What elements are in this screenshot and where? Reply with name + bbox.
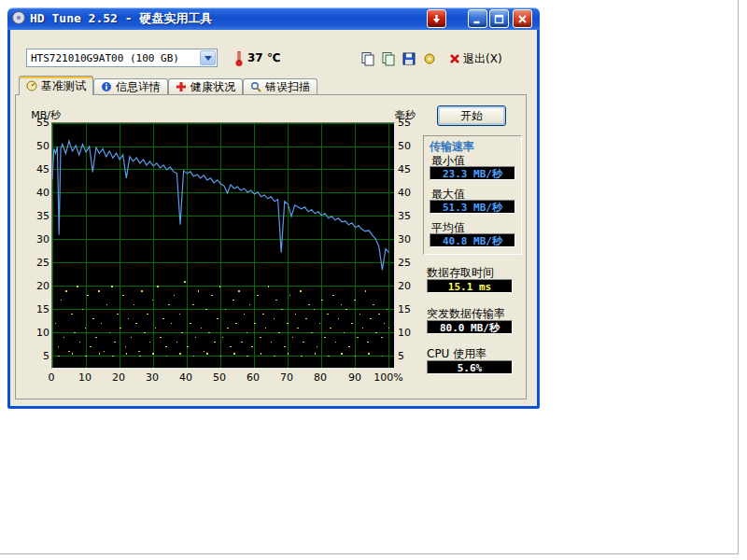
minimize-icon bbox=[472, 14, 483, 24]
y-tick-label: 10 bbox=[27, 327, 49, 339]
y-tick-label: 45 bbox=[398, 163, 420, 175]
titlebar[interactable]: HD Tune 2.52 - 硬盘实用工具 bbox=[7, 7, 540, 30]
left-axis-labels: 510152025303540455055 bbox=[27, 122, 49, 369]
benchmark-chart bbox=[51, 122, 395, 369]
drive-selector-value: HTS721010G9AT00 (100 GB) bbox=[31, 52, 179, 64]
y-tick-label: 20 bbox=[27, 280, 49, 292]
y-tick-label: 15 bbox=[398, 303, 420, 315]
y-tick-label: 5 bbox=[27, 350, 49, 362]
y-tick-label: 15 bbox=[27, 303, 49, 315]
tab-error-scan[interactable]: 错误扫描 bbox=[243, 78, 317, 94]
options-button[interactable] bbox=[420, 49, 439, 68]
y-tick-label: 30 bbox=[27, 233, 49, 245]
y-tick-label: 25 bbox=[27, 257, 49, 269]
tab-benchmark-label: 基准测试 bbox=[41, 78, 86, 94]
hd-tune-window: HD Tune 2.52 - 硬盘实用工具 HTS721010G9AT00 (1… bbox=[7, 7, 540, 409]
minimize-button[interactable] bbox=[468, 9, 487, 28]
y-tick-label: 55 bbox=[27, 117, 49, 129]
transfer-rate-group: 传输速率 最小值 23.3 MB/秒 最大值 51.3 MB/秒 平均值 40.… bbox=[423, 135, 522, 255]
x-tick-label: 40 bbox=[179, 371, 192, 384]
burst-rate-value: 80.0 MB/秒 bbox=[427, 320, 513, 334]
y-tick-label: 50 bbox=[398, 140, 420, 152]
x-tick-label: 0 bbox=[49, 371, 55, 384]
download-icon bbox=[431, 14, 442, 24]
right-axis-labels: 510152025303540455055 bbox=[398, 122, 420, 369]
chart-svg bbox=[52, 123, 394, 368]
x-axis-labels: 0102030405060708090100% bbox=[51, 371, 395, 383]
start-button[interactable]: 开始 bbox=[437, 105, 506, 126]
x-tick-label: 70 bbox=[280, 371, 293, 384]
x-tick-label: 50 bbox=[213, 371, 226, 384]
copy-text-button[interactable] bbox=[379, 49, 398, 68]
y-tick-label: 50 bbox=[27, 140, 49, 152]
y-tick-label: 55 bbox=[398, 117, 420, 129]
error-scan-icon bbox=[250, 81, 261, 92]
page-edge-right bbox=[738, 0, 739, 554]
x-tick-label: 100% bbox=[374, 371, 402, 384]
close-button[interactable] bbox=[513, 9, 532, 28]
x-tick-label: 10 bbox=[78, 371, 92, 384]
x-tick-label: 20 bbox=[112, 371, 125, 384]
cpu-usage-value: 5.6% bbox=[427, 360, 513, 374]
y-tick-label: 40 bbox=[27, 187, 49, 199]
min-value: 23.3 MB/秒 bbox=[430, 166, 515, 180]
tab-error-scan-label: 错误扫描 bbox=[265, 79, 310, 95]
y-tick-label: 25 bbox=[398, 257, 420, 269]
gear-icon bbox=[422, 51, 437, 66]
tab-info-label: 信息详情 bbox=[116, 79, 161, 95]
y-tick-label: 5 bbox=[398, 350, 420, 362]
exit-label: 退出(X) bbox=[463, 51, 502, 67]
exit-x-icon bbox=[449, 53, 460, 64]
close-icon bbox=[517, 14, 528, 24]
tab-info[interactable]: 信息详情 bbox=[93, 78, 168, 94]
app-icon bbox=[11, 10, 26, 28]
y-tick-label: 35 bbox=[27, 210, 49, 222]
max-value: 51.3 MB/秒 bbox=[430, 200, 515, 214]
window-body: HTS721010G9AT00 (100 GB) 37 ℃ 退出(X) 基准测试 bbox=[7, 30, 540, 409]
y-tick-label: 40 bbox=[398, 187, 420, 199]
x-tick-label: 80 bbox=[314, 371, 327, 384]
download-button[interactable] bbox=[427, 9, 446, 28]
temperature-value: 37 ℃ bbox=[247, 51, 280, 64]
avg-value: 40.8 MB/秒 bbox=[430, 233, 515, 247]
exit-button[interactable]: 退出(X) bbox=[449, 49, 502, 68]
x-tick-label: 30 bbox=[146, 371, 159, 384]
tab-bar: 基准测试 信息详情 健康状况 错误扫描 bbox=[19, 76, 317, 96]
tab-health-label: 健康状况 bbox=[190, 79, 235, 95]
maximize-icon bbox=[494, 14, 504, 24]
page-edge-bottom bbox=[0, 553, 739, 554]
x-tick-label: 90 bbox=[348, 371, 361, 384]
info-icon bbox=[101, 81, 112, 92]
window-title: HD Tune 2.52 - 硬盘实用工具 bbox=[30, 10, 212, 27]
copy-screenshot-button[interactable] bbox=[359, 49, 377, 68]
y-tick-label: 35 bbox=[398, 210, 420, 222]
benchmark-icon bbox=[26, 80, 37, 91]
tab-health[interactable]: 健康状况 bbox=[168, 78, 243, 94]
y-tick-label: 45 bbox=[27, 163, 49, 175]
benchmark-panel: MB/秒 毫秒 510152025303540455055 5101520253… bbox=[15, 94, 527, 399]
y-tick-label: 20 bbox=[398, 280, 420, 292]
y-tick-label: 10 bbox=[398, 327, 420, 339]
copy-icon bbox=[360, 51, 375, 66]
access-time-value: 15.1 ms bbox=[427, 279, 513, 293]
save-screenshot-button[interactable] bbox=[400, 49, 418, 68]
maximize-button[interactable] bbox=[489, 9, 509, 28]
drive-selector[interactable]: HTS721010G9AT00 (100 GB) bbox=[26, 49, 218, 67]
copy-text-icon bbox=[381, 51, 396, 66]
x-tick-label: 60 bbox=[247, 371, 260, 384]
health-icon bbox=[176, 81, 187, 92]
dropdown-arrow-icon[interactable] bbox=[200, 50, 216, 65]
save-icon bbox=[402, 51, 416, 66]
thermometer-icon bbox=[234, 49, 244, 70]
y-tick-label: 30 bbox=[398, 233, 420, 245]
tab-benchmark[interactable]: 基准测试 bbox=[19, 76, 93, 95]
